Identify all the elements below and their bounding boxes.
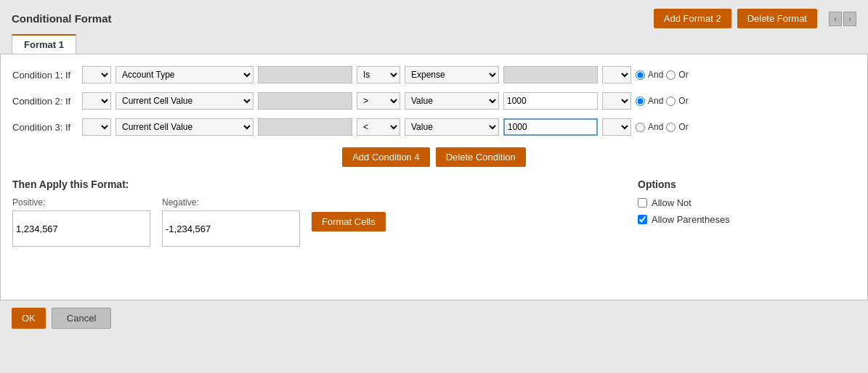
add-format-button[interactable]: Add Format 2 <box>654 9 731 28</box>
title-bar: Conditional Format Add Format 2 Delete F… <box>0 0 868 34</box>
condition-2-field-select[interactable]: Current Cell Value Account Type <box>115 92 253 110</box>
content-area: Condition 1: If Account Type Current Cel… <box>0 54 868 300</box>
condition-3-radio-group: And Or <box>636 122 689 132</box>
condition-1-sm-select[interactable] <box>82 66 111 83</box>
condition-1-op-select[interactable]: Is > < <box>357 66 400 83</box>
condition-row-1: Condition 1: If Account Type Current Cel… <box>12 66 856 83</box>
condition-1-val-input-blank <box>503 66 598 83</box>
conditional-format-dialog: Conditional Format Add Format 2 Delete F… <box>0 0 868 373</box>
then-apply-title: Then Apply this Format: <box>12 179 626 190</box>
cancel-button[interactable]: Cancel <box>52 308 111 329</box>
allow-not-row: Allow Not <box>638 197 856 208</box>
condition-2-or-radio[interactable] <box>666 97 676 106</box>
nav-arrows: ‹ › <box>829 12 856 26</box>
condition-3-val-select[interactable]: Value Expense <box>405 118 499 136</box>
bottom-section: Then Apply this Format: Positive: Negati… <box>12 179 856 253</box>
format-cells-btn-wrap: Format Cells <box>312 212 386 231</box>
delete-condition-button[interactable]: Delete Condition <box>436 147 526 167</box>
condition-3-field-select[interactable]: Current Cell Value Account Type <box>115 118 253 136</box>
condition-1-extra-select[interactable] <box>602 66 631 83</box>
format-section: Then Apply this Format: Positive: Negati… <box>12 179 626 247</box>
delete-format-button[interactable]: Delete Format <box>737 9 817 28</box>
condition-3-or-radio[interactable] <box>666 123 676 132</box>
bottom-buttons: OK Cancel <box>0 300 868 336</box>
condition-2-sm-select[interactable] <box>82 92 111 110</box>
options-section: Options Allow Not Allow Parentheses <box>638 179 856 247</box>
condition-2-and-radio[interactable] <box>636 97 645 106</box>
add-condition-button[interactable]: Add Condition 4 <box>342 147 430 167</box>
condition-1-val-select[interactable]: Expense Value <box>405 66 499 83</box>
nav-left-arrow[interactable]: ‹ <box>829 12 842 26</box>
condition-1-or-radio[interactable] <box>666 70 676 80</box>
condition-row-3: Condition 3: If Current Cell Value Accou… <box>12 118 856 136</box>
condition-1-radio-group: And Or <box>636 70 689 80</box>
condition-3-blank <box>258 118 352 136</box>
positive-label: Positive: <box>12 197 150 208</box>
condition-3-extra-select[interactable] <box>602 118 631 136</box>
add-delete-condition-row: Add Condition 4 Delete Condition <box>12 147 856 167</box>
negative-input[interactable] <box>162 210 300 247</box>
nav-right-arrow[interactable]: › <box>843 12 856 26</box>
condition-3-sm-select[interactable] <box>82 118 111 136</box>
format-cells-button[interactable]: Format Cells <box>312 212 386 231</box>
top-buttons: Add Format 2 Delete Format ‹ › <box>654 9 856 28</box>
condition-3-and-radio[interactable] <box>636 123 645 132</box>
condition-2-label: Condition 2: If <box>12 96 78 107</box>
format-fields: Positive: Negative: Format Cells <box>12 197 626 247</box>
allow-not-checkbox[interactable] <box>638 198 647 208</box>
negative-field: Negative: <box>162 197 300 247</box>
condition-3-and-label: And <box>648 122 663 132</box>
condition-1-label: Condition 1: If <box>12 70 78 81</box>
condition-row-2: Condition 2: If Current Cell Value Accou… <box>12 92 856 110</box>
condition-2-or-label: Or <box>678 96 688 106</box>
condition-1-and-radio[interactable] <box>636 70 645 80</box>
condition-1-field-select[interactable]: Account Type Current Cell Value <box>115 66 253 83</box>
condition-2-val-select[interactable]: Value Expense <box>405 92 499 110</box>
ok-button[interactable]: OK <box>12 308 46 329</box>
allow-parentheses-row: Allow Parentheses <box>638 214 856 225</box>
condition-2-radio-group: And Or <box>636 96 689 106</box>
condition-1-and-label: And <box>648 70 663 80</box>
condition-3-label: Condition 3: If <box>12 122 78 133</box>
condition-2-and-label: And <box>648 96 663 106</box>
allow-not-label: Allow Not <box>652 197 691 208</box>
condition-2-extra-select[interactable] <box>602 92 631 110</box>
condition-1-blank <box>258 66 352 83</box>
dialog-title: Conditional Format <box>12 12 112 25</box>
condition-2-blank <box>258 92 352 110</box>
tabs-row: Format 1 <box>0 34 868 54</box>
options-title: Options <box>638 179 856 190</box>
condition-2-op-select[interactable]: > Is < <box>357 92 400 110</box>
condition-3-op-select[interactable]: < Is > <box>357 118 400 136</box>
condition-1-or-label: Or <box>678 70 688 80</box>
negative-label: Negative: <box>162 197 300 208</box>
condition-3-or-label: Or <box>678 122 688 132</box>
condition-3-value-input[interactable] <box>503 118 598 136</box>
allow-parentheses-label: Allow Parentheses <box>652 214 730 225</box>
allow-parentheses-checkbox[interactable] <box>638 215 647 224</box>
tab-format1[interactable]: Format 1 <box>12 34 76 54</box>
positive-field: Positive: <box>12 197 150 247</box>
positive-input[interactable] <box>12 210 150 247</box>
condition-2-value-input[interactable] <box>503 92 598 110</box>
